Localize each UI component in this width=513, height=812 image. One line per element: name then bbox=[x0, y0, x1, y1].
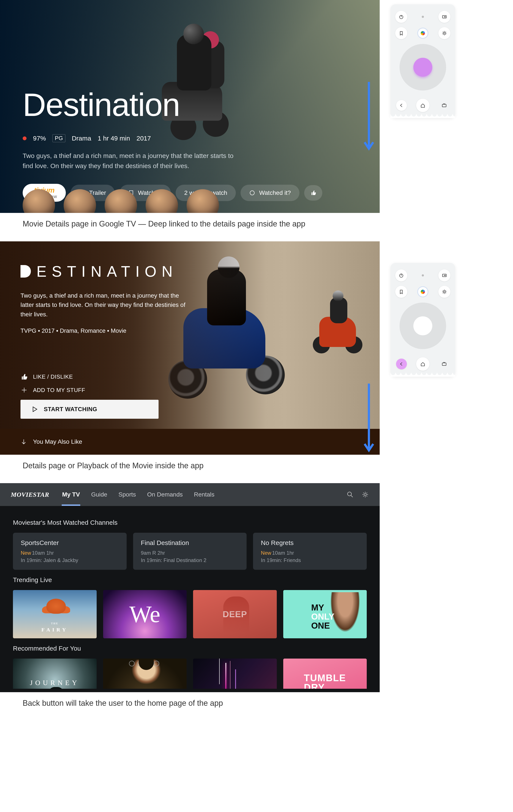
channel-card[interactable]: SportsCenter New10am 1hr In 19min: Jalen… bbox=[13, 533, 127, 570]
watched-label: Watched it? bbox=[259, 190, 291, 196]
tomato-icon bbox=[23, 137, 27, 140]
assistant-button[interactable] bbox=[418, 287, 428, 296]
down-arrow-icon bbox=[21, 438, 27, 445]
input-button[interactable] bbox=[438, 11, 451, 23]
card-title: No Regrets bbox=[261, 539, 359, 547]
svg-point-0 bbox=[250, 191, 254, 195]
remote-control-2 bbox=[390, 263, 455, 377]
power-button[interactable] bbox=[395, 11, 407, 23]
runtime: 1 hr 49 min bbox=[98, 135, 130, 142]
card-title: Final Destination bbox=[141, 539, 239, 547]
year: 2017 bbox=[137, 135, 151, 142]
genre: Drama bbox=[72, 135, 91, 142]
moviestar-home-panel: MOVIESTAR My TV Guide Sports On Demands … bbox=[0, 483, 380, 692]
panel1-caption: Movie Details page in Google TV — Deep l… bbox=[0, 213, 380, 228]
flow-arrow-icon bbox=[362, 82, 375, 153]
svg-point-9 bbox=[348, 492, 351, 496]
new-badge: New bbox=[21, 550, 31, 556]
start-watching-button[interactable]: START WATCHING bbox=[21, 400, 159, 419]
bookmark-button[interactable] bbox=[395, 27, 407, 39]
trending-tiles: THEFAIRY We DEEP MYONLYONE bbox=[13, 590, 367, 638]
settings-icon[interactable] bbox=[361, 491, 369, 498]
input-button[interactable] bbox=[438, 269, 451, 282]
bookmark-icon bbox=[399, 30, 404, 36]
app-title-text: ESTINATION bbox=[36, 263, 178, 280]
search-icon[interactable] bbox=[347, 491, 354, 498]
tile-label: We bbox=[129, 601, 160, 628]
recommended-tiles: JOURNEY THE COMEDIAN THE SOURCE TUMBLEDR… bbox=[13, 659, 367, 689]
top-nav: MOVIESTAR My TV Guide Sports On Demands … bbox=[0, 483, 380, 506]
card-line2: In 19min: Friends bbox=[261, 557, 359, 563]
power-button[interactable] bbox=[395, 269, 407, 282]
cast-avatar[interactable] bbox=[187, 189, 219, 213]
app-meta: TVPG • 2017 • Drama, Romance • Movie bbox=[21, 327, 359, 334]
back-arrow-icon bbox=[399, 361, 404, 367]
tab-my-tv[interactable]: My TV bbox=[62, 491, 80, 498]
input-icon bbox=[441, 14, 447, 20]
tile-fairy[interactable]: THEFAIRY bbox=[13, 590, 97, 638]
you-may-also-like[interactable]: You May Also Like bbox=[0, 429, 380, 455]
tab-guide[interactable]: Guide bbox=[90, 491, 108, 498]
rating-badge: PG bbox=[52, 134, 65, 142]
play-outline-icon bbox=[31, 406, 38, 413]
add-to-stuff-button[interactable]: ADD TO MY STUFF bbox=[21, 386, 359, 394]
tab-rentals[interactable]: Rentals bbox=[193, 491, 215, 498]
svg-point-7 bbox=[443, 291, 445, 293]
tile-journey[interactable]: JOURNEY bbox=[13, 659, 97, 689]
row-heading-trending: Trending Live bbox=[13, 576, 367, 584]
circle-icon bbox=[249, 190, 255, 196]
tile-we[interactable]: We bbox=[103, 590, 187, 638]
home-button[interactable] bbox=[416, 357, 430, 371]
dpad-center-button[interactable] bbox=[413, 58, 432, 77]
tile-comedian[interactable]: THE COMEDIAN bbox=[103, 659, 187, 689]
tile-deep[interactable]: DEEP bbox=[193, 590, 277, 638]
add-label: ADD TO MY STUFF bbox=[33, 387, 85, 394]
home-icon bbox=[420, 103, 426, 108]
bookmark-button[interactable] bbox=[395, 286, 407, 298]
tile-my-only-one[interactable]: MYONLYONE bbox=[283, 590, 367, 638]
back-button[interactable] bbox=[396, 358, 407, 369]
channel-card[interactable]: Final Destination 9am R 2hr In 19min: Fi… bbox=[133, 533, 247, 570]
movie-metadata: 97% PG Drama 1 hr 49 min 2017 bbox=[23, 134, 357, 142]
settings-button[interactable] bbox=[438, 286, 451, 298]
back-arrow-icon bbox=[399, 103, 404, 108]
watched-it-button[interactable]: Watched it? bbox=[241, 185, 299, 201]
dpad-center-button[interactable] bbox=[413, 316, 432, 335]
tile-source[interactable]: THE SOURCE bbox=[193, 659, 277, 689]
app-logo: MOVIESTAR bbox=[11, 491, 49, 498]
card-line2: In 19min: Final Destination 2 bbox=[141, 557, 239, 563]
tile-label: DEEP bbox=[223, 609, 247, 619]
title-glyph-d bbox=[21, 265, 31, 278]
cast-avatars bbox=[23, 189, 219, 213]
cast-avatar[interactable] bbox=[105, 189, 137, 213]
flow-arrow-icon bbox=[362, 384, 375, 455]
mic-hole bbox=[422, 16, 424, 18]
back-button[interactable] bbox=[396, 100, 407, 111]
tab-sports[interactable]: Sports bbox=[118, 491, 136, 498]
settings-button[interactable] bbox=[438, 27, 451, 39]
app-synopsis: Two guys, a thief and a rich man, meet i… bbox=[21, 291, 187, 319]
assistant-button[interactable] bbox=[418, 28, 428, 38]
cast-avatar[interactable] bbox=[64, 189, 96, 213]
rate-button[interactable] bbox=[304, 185, 322, 201]
tab-on-demands[interactable]: On Demands bbox=[147, 491, 183, 498]
dpad[interactable] bbox=[400, 302, 446, 349]
score: 97% bbox=[33, 135, 46, 142]
tile-label: TUMBLEDRY bbox=[304, 673, 346, 689]
channel-card[interactable]: No Regrets New10am 1hr In 19min: Friends bbox=[253, 533, 367, 570]
power-icon bbox=[399, 14, 404, 20]
channel-cards: SportsCenter New10am 1hr In 19min: Jalen… bbox=[13, 533, 367, 570]
tile-tumble-dry[interactable]: TUMBLEDRY bbox=[283, 659, 367, 689]
cast-avatar[interactable] bbox=[145, 189, 178, 213]
new-badge: New bbox=[261, 550, 271, 556]
tv-button[interactable] bbox=[439, 100, 450, 111]
cast-avatar[interactable] bbox=[23, 189, 55, 213]
card-line1: New10am 1hr bbox=[21, 550, 119, 556]
svg-rect-4 bbox=[442, 104, 446, 107]
tv-button[interactable] bbox=[439, 358, 450, 369]
movie-title: Destination bbox=[23, 86, 357, 123]
dpad[interactable] bbox=[400, 44, 446, 90]
home-button[interactable] bbox=[416, 99, 430, 112]
like-dislike-button[interactable]: LIKE / DISLIKE bbox=[21, 373, 359, 380]
card-time: 9am R 2hr bbox=[141, 550, 165, 556]
